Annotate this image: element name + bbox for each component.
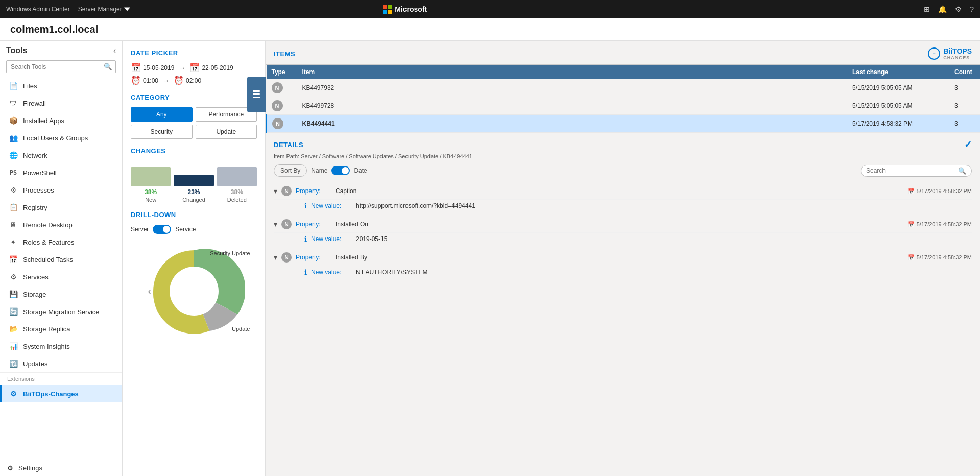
- sidebar-collapse-button[interactable]: ‹: [113, 46, 116, 55]
- powershell-icon: PS: [9, 168, 18, 177]
- sidebar-item-processes[interactable]: ⚙ Processes: [0, 181, 122, 199]
- sidebar-item-network[interactable]: 🌐 Network: [0, 147, 122, 164]
- detail-prop-label-installed-by: Property:: [296, 254, 331, 261]
- table-row[interactable]: N KB4494441 5/17/2019 4:58:32 PM 3: [267, 115, 981, 133]
- changes-bars: [131, 161, 257, 186]
- sort-date-label: Date: [354, 167, 367, 174]
- sort-name-label: Name: [311, 167, 327, 174]
- panel-icon-button[interactable]: [247, 77, 266, 112]
- sort-toggle-switch[interactable]: [331, 166, 350, 175]
- biitops-icon: ⚙: [9, 389, 18, 398]
- scheduled-tasks-icon: 📅: [9, 255, 18, 264]
- sidebar-item-biitops[interactable]: ⚙ BiiTOps-Changes: [0, 385, 122, 402]
- sidebar-item-roles-features[interactable]: ✦ Roles & Features: [0, 233, 122, 251]
- sort-bar: Sort By Name Date 🔍: [274, 164, 972, 177]
- date-text-installed-on: 5/17/2019 4:58:32 PM: [917, 221, 972, 227]
- ms-sq-green: [388, 5, 392, 9]
- label-deleted: 38% Deleted: [217, 188, 257, 203]
- chevron-down-icon: [124, 6, 130, 12]
- details-search-input[interactable]: [866, 167, 958, 174]
- type-badge: N: [272, 100, 283, 111]
- table-row[interactable]: N KB4499728 5/15/2019 5:05:05 AM 3: [267, 97, 981, 115]
- category-any-button[interactable]: Any: [131, 107, 193, 122]
- to-time: 02:00: [186, 77, 201, 84]
- sidebar: Tools ‹ 🔍 📄 Files 🛡 Firewall 📦 Installed…: [0, 41, 123, 476]
- users-icon: 👥: [9, 133, 18, 142]
- breadcrumb: Item Path: Server / Software / Software …: [274, 153, 972, 159]
- cell-count: 3: [949, 97, 980, 115]
- detail-group-installed-on: ▾ N Property: Installed On 📅 5/17/2019 4…: [274, 216, 972, 245]
- items-table: Type Item Last change Count N KB4497932 …: [266, 65, 980, 133]
- detail-n-badge-installed-on: N: [281, 219, 292, 229]
- clock-icon-2: ⏰: [174, 76, 184, 85]
- search-input[interactable]: [7, 61, 101, 73]
- pct-changed: 23%: [174, 188, 213, 196]
- calendar-icon: 📅: [131, 63, 141, 73]
- bar-deleted: [217, 167, 257, 186]
- registry-icon: 📋: [9, 203, 18, 212]
- updates-icon: 🔃: [9, 359, 18, 368]
- search-box: 🔍: [6, 60, 116, 73]
- detail-val-row-caption: ℹ New value: http://support.microsoft.co…: [274, 200, 972, 212]
- sidebar-item-services[interactable]: ⚙ Services: [0, 268, 122, 285]
- details-title: DETAILS ✓: [274, 133, 972, 153]
- sidebar-item-label: Remote Desktop: [23, 221, 73, 229]
- settings-icon[interactable]: ⚙: [955, 5, 962, 13]
- topbar-actions: ⊞ 🔔 ⚙ ?: [924, 5, 974, 13]
- server-label: Server: [131, 226, 149, 233]
- main-panel: DATE PICKER 📅 15-05-2019 → 📅 22-05-2019 …: [123, 41, 980, 476]
- panel-icon-wrap: [247, 77, 266, 112]
- sidebar-item-label: Storage: [23, 291, 46, 298]
- sidebar-item-label: Storage Migration Service: [23, 308, 100, 316]
- sidebar-item-local-users[interactable]: 👥 Local Users & Groups: [0, 129, 122, 147]
- sidebar-item-firewall[interactable]: 🛡 Firewall: [0, 94, 122, 112]
- label-new-text: New: [131, 197, 171, 203]
- items-table-container: Type Item Last change Count N KB4497932 …: [266, 64, 980, 133]
- detail-val-label-caption: New value:: [311, 202, 352, 209]
- sidebar-item-files[interactable]: 📄 Files: [0, 77, 122, 94]
- pct-new: 38%: [131, 188, 171, 196]
- settings-item[interactable]: ⚙ Settings: [0, 460, 122, 476]
- breadcrumb-path: Server / Software / Software Updates / S…: [301, 153, 472, 159]
- category-update-button[interactable]: Update: [196, 125, 257, 139]
- sidebar-item-storage-replica[interactable]: 📂 Storage Replica: [0, 320, 122, 338]
- table-row[interactable]: N KB4497932 5/15/2019 5:05:05 AM 3: [267, 79, 981, 97]
- bell-icon[interactable]: 🔔: [938, 5, 947, 13]
- sidebar-item-scheduled-tasks[interactable]: 📅 Scheduled Tasks: [0, 251, 122, 268]
- settings-label: Settings: [18, 464, 42, 472]
- detail-val-row-installed-on: ℹ New value: 2019-05-15: [274, 233, 972, 245]
- detail-expand-installed-on[interactable]: ▾: [274, 220, 277, 228]
- detail-prop-value-installed-by: Installed By: [336, 254, 903, 261]
- sidebar-item-storage[interactable]: 💾 Storage: [0, 285, 122, 303]
- sidebar-item-registry[interactable]: 📋 Registry: [0, 199, 122, 216]
- sidebar-search-container: 🔍: [0, 58, 122, 77]
- detail-expand-caption[interactable]: ▾: [274, 187, 277, 195]
- items-title: ITEMS: [274, 50, 295, 58]
- search-button[interactable]: 🔍: [101, 61, 115, 73]
- detail-expand-installed-by[interactable]: ▾: [274, 253, 277, 261]
- donut-nav-left[interactable]: ‹: [148, 286, 151, 297]
- roles-icon: ✦: [9, 237, 18, 247]
- items-header: ITEMS ≡ BiiTOPS CHANGES: [266, 41, 980, 64]
- sidebar-item-system-insights[interactable]: 📊 System Insights: [0, 338, 122, 355]
- col-type: Type: [267, 65, 297, 79]
- bar-new-wrap: [131, 167, 171, 186]
- sidebar-item-storage-migration[interactable]: 🔄 Storage Migration Service: [0, 303, 122, 320]
- sidebar-item-powershell[interactable]: PS PowerShell: [0, 164, 122, 181]
- sidebar-item-label: Firewall: [23, 100, 46, 107]
- left-panel: DATE PICKER 📅 15-05-2019 → 📅 22-05-2019 …: [123, 41, 266, 476]
- sidebar-item-updates[interactable]: 🔃 Updates: [0, 355, 122, 372]
- server-menu[interactable]: Server Manager: [78, 6, 130, 13]
- sidebar-item-remote-desktop[interactable]: 🖥 Remote Desktop: [0, 216, 122, 233]
- terminal-icon[interactable]: ⊞: [924, 5, 930, 13]
- sidebar-items-list: 📄 Files 🛡 Firewall 📦 Installed Apps 👥 Lo…: [0, 77, 122, 460]
- bar-changed: [174, 175, 213, 186]
- detail-val-row-installed-by: ℹ New value: NT AUTHORITY\SYSTEM: [274, 266, 972, 278]
- sidebar-item-label: Services: [23, 273, 49, 281]
- drilldown-toggle-switch[interactable]: [153, 225, 171, 234]
- sidebar-item-label: PowerShell: [23, 169, 57, 177]
- category-security-button[interactable]: Security: [131, 125, 193, 139]
- sidebar-item-installed-apps[interactable]: 📦 Installed Apps: [0, 112, 122, 129]
- type-badge: N: [272, 82, 283, 93]
- help-icon[interactable]: ?: [970, 5, 974, 13]
